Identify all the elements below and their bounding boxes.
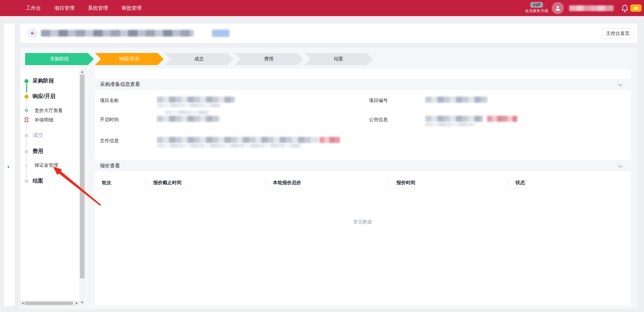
- step-response-open[interactable]: 响应/开启: [95, 53, 164, 65]
- collapse-strip: ›: [4, 23, 15, 306]
- col-round: 轮次: [102, 180, 111, 186]
- sub-ring-green-icon: [25, 109, 28, 112]
- redacted-project-name-line2: [157, 103, 221, 107]
- prep-panel-title: 采购准备信息查看: [95, 81, 140, 88]
- stage-sidebar: 采购阶段 响应/开启 竞价大厅查看 补填明细 成交 费用: [20, 69, 85, 306]
- scroll-right-arrow[interactable]: [76, 302, 78, 305]
- scroll-up-arrow[interactable]: [81, 71, 84, 73]
- redacted-announcement-line2: [425, 122, 476, 126]
- sidebar-label: 成交: [33, 132, 43, 138]
- timeline-line: [26, 138, 27, 149]
- scrollbar-thumb[interactable]: [80, 74, 85, 278]
- stage-dot-disabled: [24, 134, 29, 138]
- vip-icon: VIP: [530, 2, 543, 8]
- col-quote-time: 报价时间: [396, 180, 415, 186]
- sidebar-item-procurement[interactable]: 采购阶段: [33, 77, 54, 85]
- vip-caption: 会员服务升级: [523, 8, 550, 13]
- timeline-line: [26, 99, 27, 133]
- page-title-redacted: [41, 30, 194, 37]
- column-divider: [387, 180, 388, 186]
- hourglass-icon: [24, 117, 29, 122]
- nav-item-approval-management[interactable]: 审批管理: [121, 5, 142, 11]
- stage-stepper: 采购阶段 响应/开启 成交 费用 结案: [25, 53, 373, 65]
- redacted-project-name: [157, 97, 235, 103]
- quote-table-header: 轮次 报价截止时间 本轮报价总价 报价时间 状态: [95, 177, 631, 189]
- nav-menu: 工作台 项目管理 系统管理 审批管理: [26, 0, 142, 16]
- field-label-project-name: 项目名称: [100, 98, 119, 104]
- sidebar-label: 响应/开启: [33, 93, 55, 99]
- sidebar-vertical-scrollbar[interactable]: [79, 69, 85, 306]
- sidebar-label: 费用: [33, 148, 43, 154]
- arrow-left-icon: [30, 31, 36, 36]
- sidebar-item-deposit-management[interactable]: 保证金管理: [35, 162, 58, 168]
- step-close[interactable]: 结案: [304, 53, 373, 65]
- col-quote-deadline: 报价截止时间: [153, 180, 181, 186]
- expand-chevron-icon[interactable]: ›: [7, 164, 9, 170]
- sidebar-horizontal-scrollbar[interactable]: [20, 301, 79, 306]
- scrollbar-thumb[interactable]: [24, 302, 73, 305]
- scroll-left-arrow[interactable]: [21, 302, 23, 305]
- main-content: 采购准备信息查看 项目名称 项目编号 开启时间 公告信息 文件信息 报价查看 轮…: [95, 69, 631, 306]
- redacted-file-link[interactable]: [319, 137, 340, 143]
- nav-item-project-management[interactable]: 项目管理: [54, 5, 74, 11]
- username-redacted[interactable]: [569, 5, 613, 11]
- column-divider: [266, 180, 266, 186]
- sidebar-label: 竞价大厅查看: [35, 108, 63, 113]
- empty-data-text: 暂无数据: [95, 219, 631, 225]
- prep-panel-header[interactable]: 采购准备信息查看: [95, 79, 631, 90]
- column-divider: [146, 180, 146, 186]
- redacted-announcement: [425, 116, 483, 122]
- column-divider: [508, 180, 508, 186]
- field-label-file-info: 文件信息: [100, 138, 119, 144]
- field-label-project-number: 项目编号: [369, 98, 388, 104]
- sidebar-item-deal[interactable]: 成交: [33, 132, 43, 139]
- stage-dot-done: [24, 79, 29, 83]
- chevron-down-icon[interactable]: [618, 163, 623, 168]
- step-deal[interactable]: 成交: [165, 53, 233, 65]
- page-header-bar: 主控台首页: [20, 23, 637, 43]
- user-avatar[interactable]: [552, 2, 564, 14]
- redacted-open-time-line0: [165, 110, 209, 114]
- redacted-file-info-line2: [157, 144, 301, 148]
- console-home-button[interactable]: 主控台首页: [602, 29, 634, 39]
- sidebar-label: 补填明细: [35, 117, 53, 122]
- status-badge-redacted: [212, 30, 229, 37]
- timeline-line-done: [26, 84, 27, 93]
- bell-icon[interactable]: [621, 4, 629, 13]
- redacted-announcement-link[interactable]: [487, 116, 517, 122]
- stage-dot-pending: [24, 150, 29, 154]
- sidebar-item-bidding-hall[interactable]: 竞价大厅查看: [35, 107, 63, 114]
- back-button[interactable]: [28, 28, 38, 38]
- field-label-open-time: 开启时间: [100, 117, 119, 123]
- sub-ring-gray-icon: [25, 164, 28, 167]
- nav-divider: [619, 4, 619, 12]
- stage-dot-active: [24, 95, 29, 99]
- col-status: 状态: [516, 180, 525, 186]
- nav-item-system-management[interactable]: 系统管理: [88, 5, 108, 11]
- vip-upgrade[interactable]: VIP 会员服务升级: [523, 2, 550, 13]
- quote-panel-header[interactable]: 报价查看: [95, 160, 631, 171]
- nav-item-workbench[interactable]: 工作台: [26, 5, 41, 11]
- redacted-open-time: [157, 116, 220, 122]
- field-label-announcement: 公告信息: [369, 117, 388, 123]
- step-fee[interactable]: 费用: [234, 53, 303, 65]
- sidebar-item-close-case[interactable]: 结案: [33, 177, 43, 185]
- quote-panel-title: 报价查看: [95, 163, 120, 169]
- sidebar-label: 采购阶段: [33, 78, 54, 84]
- scroll-down-arrow[interactable]: [81, 302, 84, 304]
- top-navbar: 工作台 项目管理 系统管理 审批管理 VIP 会员服务升级 46: [0, 0, 644, 16]
- notification-badge: 46: [630, 4, 642, 12]
- step-procurement[interactable]: 采购阶段: [25, 53, 94, 65]
- chevron-down-icon[interactable]: [618, 82, 623, 86]
- col-round-total: 本轮报价总价: [273, 180, 301, 186]
- sidebar-item-response-open[interactable]: 响应/开启: [33, 93, 55, 100]
- person-icon: [554, 5, 561, 11]
- redacted-file-info: [157, 137, 317, 143]
- sidebar-item-fee[interactable]: 费用: [33, 148, 43, 155]
- content-card: 采购阶段 响应/开启 成交 费用 结案 采购阶段 响应/开启 竞价大厅查看: [20, 48, 637, 309]
- sidebar-item-supplement-detail[interactable]: 补填明细: [35, 117, 53, 123]
- stage-dot-pending: [24, 179, 29, 183]
- sidebar-label: 结案: [33, 178, 43, 184]
- sidebar-label: 保证金管理: [35, 162, 58, 168]
- redacted-project-number: [425, 97, 488, 103]
